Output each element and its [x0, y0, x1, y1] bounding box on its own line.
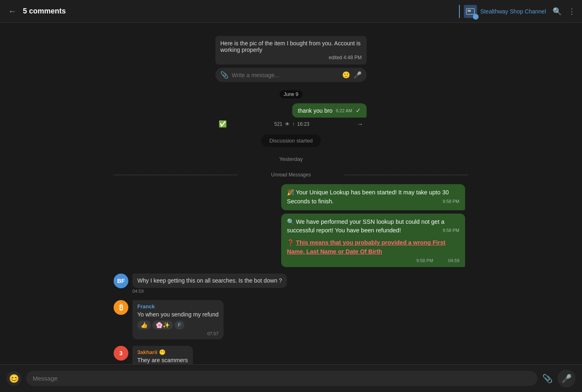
- message-input[interactable]: [26, 371, 537, 386]
- lookup-started-bubble: 🎉 Your Unique Lookup has been started! I…: [281, 184, 465, 210]
- original-post-section: Here is the pic of the item I bought fro…: [215, 29, 367, 130]
- avatar-bf: BF: [114, 274, 128, 288]
- emoji-icon: 😊: [9, 374, 19, 383]
- bf-message-content: Why I keep getting this on all searches.…: [132, 274, 287, 294]
- original-post-card: Here is the pic of the item I bought fro…: [215, 36, 367, 65]
- reaction-thumbsup[interactable]: 👍: [137, 321, 151, 330]
- original-post-text: Here is the pic of the item I bought fro…: [220, 40, 362, 53]
- franck-bubble: Franck Yo when you sending my refund 👍 🌸…: [132, 300, 224, 339]
- unread-messages-label: Unread Messages: [114, 172, 468, 178]
- check-icon: ✓: [356, 107, 361, 114]
- more-options-icon[interactable]: ⋮: [568, 7, 575, 16]
- ssn-lookup-text: 🔍 We have performed your SSN lookup but …: [287, 218, 459, 236]
- post-bottom-bar: ✅ 521 👁 ↑ 16:23 →: [215, 118, 367, 130]
- date-june9: June 9: [280, 90, 302, 98]
- ssn-lookup-reason: ❓ This means that you probably provided …: [287, 238, 459, 256]
- lookup-time: 9:58 PM: [443, 198, 459, 205]
- bf-time: 04:59: [132, 289, 287, 294]
- messages-area: Unread Messages 🎉 Your Unique Lookup has…: [107, 167, 475, 392]
- thank-you-text: thank you bro: [298, 107, 333, 114]
- attachment-icon-top[interactable]: 📎: [220, 71, 228, 79]
- reaction-f[interactable]: F: [175, 321, 184, 330]
- mic-icon: 🎤: [562, 374, 572, 383]
- header-left: ← 5 comments: [7, 5, 66, 18]
- avatar-3akharii: 3: [114, 346, 128, 361]
- top-message-input[interactable]: 📎 🙂 🎤: [215, 68, 367, 82]
- lookup-started-text: 🎉 Your Unique Lookup has been started! I…: [287, 188, 459, 206]
- search-icon[interactable]: 🔍: [553, 7, 562, 16]
- thank-you-message: thank you bro 6:22 AM ✓: [215, 103, 367, 118]
- wrong-info-link: This means that you probably provided a …: [287, 239, 445, 255]
- yesterday-separator: Yesterday: [0, 156, 582, 162]
- emoji-icon-top[interactable]: 🙂: [342, 71, 350, 79]
- top-message-field[interactable]: [232, 72, 339, 78]
- bf-bubble: Why I keep getting this on all searches.…: [132, 274, 287, 288]
- forward-button[interactable]: →: [357, 120, 363, 128]
- main-content: Here is the pic of the item I bought fro…: [0, 0, 582, 392]
- ssn-time-bottom: 9:58 PM 04:59: [287, 258, 459, 263]
- franck-time: 07:57: [137, 331, 219, 336]
- view-count: 521: [274, 121, 282, 127]
- bf-text: Why I keep getting this on all searches.…: [137, 277, 282, 285]
- eye-icon: 👁: [285, 121, 290, 127]
- verified-badge: ✓: [473, 14, 479, 20]
- 3akharii-text: They are scammers: [137, 356, 188, 365]
- thank-you-bubble: thank you bro 6:22 AM ✓: [292, 103, 367, 118]
- back-icon: ←: [8, 7, 16, 16]
- svg-rect-1: [468, 10, 471, 12]
- channel-info[interactable]: ✓ Stealthway Shop Channel: [459, 5, 546, 18]
- message-row-1: 🎉 Your Unique Lookup has been started! I…: [114, 184, 468, 210]
- emoji-button[interactable]: 😊: [7, 371, 21, 386]
- header-right: ✓ Stealthway Shop Channel 🔍 ⋮: [459, 5, 575, 18]
- forward-icon-small: ↑: [292, 121, 295, 127]
- franck-text: Yo when you sending my refund: [137, 311, 219, 319]
- header: ← 5 comments ✓ Stealthway Shop Channel 🔍…: [0, 0, 582, 23]
- ssn-time-top: 9:58 PM: [443, 227, 459, 234]
- bottom-bar: 😊 📎 🎤: [0, 364, 582, 392]
- post-stats: 521 👁 ↑ 16:23: [274, 121, 309, 127]
- message-row-bf: BF Why I keep getting this on all search…: [114, 274, 468, 294]
- message-row-2: 🔍 We have performed your SSN lookup but …: [114, 214, 468, 267]
- channel-avatar: ✓: [464, 5, 477, 18]
- original-post-meta: edited 4:48 PM: [220, 55, 362, 60]
- mic-button[interactable]: 🎤: [557, 370, 575, 388]
- reaction-flower[interactable]: 🌸✨: [152, 321, 173, 330]
- discussion-started-container: Discussion started: [0, 130, 582, 151]
- date-june9-container: June 9: [215, 88, 367, 101]
- header-icons: 🔍 ⋮: [553, 7, 575, 16]
- discussion-started-label: Discussion started: [261, 134, 321, 147]
- ssn-lookup-bubble: 🔍 We have performed your SSN lookup but …: [281, 214, 465, 267]
- sender-3akharii: 3akharii 😶: [137, 349, 188, 355]
- message-row-franck: ₿ Franck Yo when you sending my refund 👍…: [114, 300, 468, 339]
- franck-message-content: Franck Yo when you sending my refund 👍 🌸…: [132, 300, 224, 339]
- post-time: 16:23: [297, 121, 309, 127]
- page-title: 5 comments: [23, 7, 66, 16]
- sender-franck: Franck: [137, 303, 219, 310]
- reaction-row: 👍 🌸✨ F: [137, 321, 219, 330]
- back-button[interactable]: ←: [7, 5, 18, 18]
- attach-button[interactable]: 📎: [542, 374, 553, 383]
- mic-icon-top[interactable]: 🎤: [354, 71, 362, 79]
- channel-name: Stealthway Shop Channel: [480, 8, 546, 15]
- avatar-franck: ₿: [114, 300, 128, 315]
- post-verified-icon: ✅: [219, 120, 227, 128]
- thank-you-time: 6:22 AM: [336, 108, 352, 113]
